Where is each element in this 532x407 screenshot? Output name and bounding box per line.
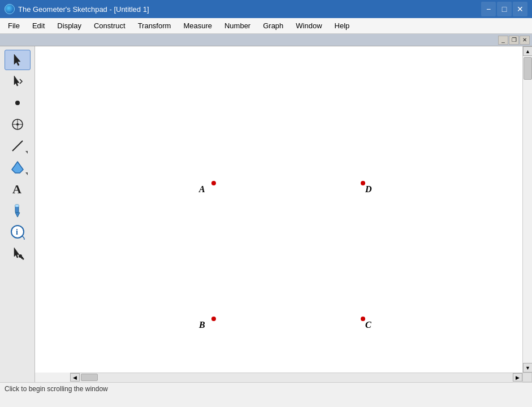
point-label-C: C — [365, 320, 371, 330]
close-button[interactable]: ✕ — [513, 2, 527, 16]
app-title: The Geometer's Sketchpad - [Untitled 1] — [18, 5, 149, 14]
status-message: Click to begin scrolling the window — [5, 385, 108, 393]
scroll-track-vertical — [523, 81, 532, 363]
mdi-restore-button[interactable]: ❐ — [509, 36, 519, 45]
point-dot-C — [361, 317, 365, 321]
point-dot-B — [211, 317, 216, 321]
app-icon — [5, 4, 15, 14]
scroll-thumb-horizontal[interactable] — [81, 374, 98, 381]
canvas-wrapper[interactable]: ADBC — [35, 46, 522, 373]
svg-point-0 — [15, 101, 20, 105]
maximize-button[interactable]: □ — [497, 2, 512, 16]
polygon-tool[interactable] — [5, 157, 31, 177]
scroll-up-arrow[interactable]: ▲ — [523, 46, 532, 56]
canvas-area[interactable]: ADBC — [35, 46, 522, 373]
svg-point-15 — [22, 258, 24, 260]
main-area: A i — [0, 46, 532, 382]
text-tool[interactable]: A — [5, 179, 31, 199]
svg-point-4 — [16, 123, 19, 125]
menu-item-number[interactable]: Number — [219, 20, 256, 32]
scroll-corner — [522, 373, 532, 382]
tool-submenu-indicator — [25, 151, 28, 154]
scroll-left-arrow[interactable]: ◀ — [70, 373, 80, 382]
point-B[interactable]: B — [211, 317, 216, 321]
point-dot-A — [211, 181, 216, 185]
menu-item-window[interactable]: Window — [290, 20, 327, 32]
hscroll-row: ◀ ▶ — [70, 373, 532, 382]
title-controls: − □ ✕ — [481, 2, 527, 16]
translate-tool[interactable] — [5, 71, 31, 92]
menu-bar: FileEditDisplayConstructTransformMeasure… — [0, 18, 532, 34]
status-bar: Click to begin scrolling the window — [0, 382, 532, 395]
mdi-controls: _ ❐ ✕ — [498, 36, 530, 45]
menu-item-measure[interactable]: Measure — [178, 20, 218, 32]
menu-item-construct[interactable]: Construct — [88, 20, 131, 32]
point-label-A: A — [199, 184, 205, 194]
svg-text:i: i — [16, 228, 18, 236]
mdi-min-button[interactable]: _ — [498, 36, 508, 45]
menu-item-help[interactable]: Help — [329, 20, 356, 32]
hscroll-content[interactable]: ◀ ▶ — [70, 373, 522, 382]
tool-submenu-indicator2 — [25, 172, 28, 175]
menu-item-transform[interactable]: Transform — [132, 20, 177, 32]
compass-tool[interactable] — [5, 114, 31, 135]
point-label-D: D — [365, 184, 372, 194]
point-A[interactable]: A — [211, 181, 216, 185]
marker-tool[interactable] — [5, 200, 31, 220]
svg-marker-6 — [12, 162, 23, 173]
canvas-column: ADBC ▲ ▼ ◀ ▶ — [35, 46, 532, 382]
minimize-button[interactable]: − — [481, 2, 496, 16]
menu-item-file[interactable]: File — [2, 20, 25, 32]
menu-item-display[interactable]: Display — [51, 20, 87, 32]
point-C[interactable]: C — [361, 317, 365, 321]
scroll-thumb-vertical[interactable] — [524, 57, 532, 80]
info-tool[interactable]: i — [5, 222, 31, 242]
mdi-close-button[interactable]: ✕ — [520, 36, 530, 45]
point-D[interactable]: D — [361, 181, 365, 185]
svg-marker-9 — [15, 213, 20, 217]
svg-text:A: A — [12, 182, 21, 196]
scroll-track-horizontal — [80, 373, 513, 382]
straightedge-tool[interactable] — [5, 136, 31, 156]
mdi-bar: _ ❐ ✕ — [0, 34, 532, 46]
point-dot-D — [361, 181, 365, 185]
scroll-right-arrow[interactable]: ▶ — [513, 373, 522, 382]
menu-item-edit[interactable]: Edit — [27, 20, 50, 32]
point-label-B: B — [199, 320, 205, 330]
scroll-down-arrow[interactable]: ▼ — [523, 363, 532, 373]
title-left: The Geometer's Sketchpad - [Untitled 1] — [5, 4, 149, 14]
menu-item-graph[interactable]: Graph — [257, 20, 289, 32]
canvas-row: ADBC ▲ ▼ — [35, 46, 532, 373]
toolbar: A i — [0, 46, 35, 382]
custom-tool[interactable] — [5, 243, 31, 263]
point-tool[interactable] — [5, 93, 31, 113]
scrollbar-right[interactable]: ▲ ▼ — [522, 46, 532, 373]
svg-rect-10 — [15, 205, 19, 207]
select-tool[interactable] — [5, 50, 31, 70]
title-bar: The Geometer's Sketchpad - [Untitled 1] … — [0, 0, 532, 18]
